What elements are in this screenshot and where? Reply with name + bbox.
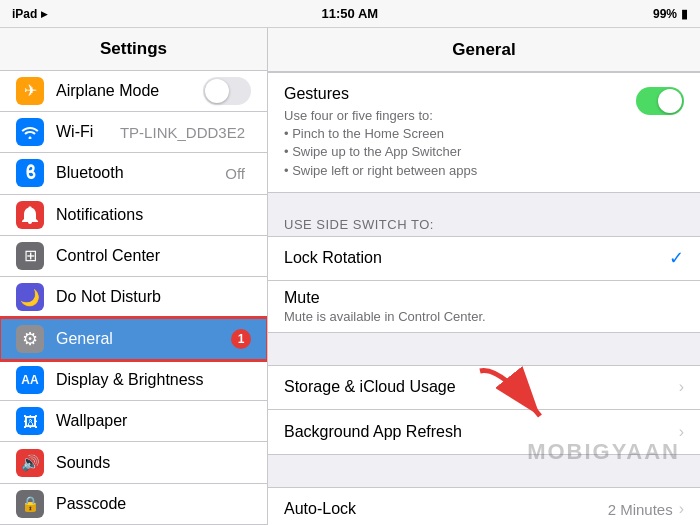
storage-group: Storage & iCloud Usage › Background App … — [268, 365, 700, 455]
status-time: 11:50 AM — [322, 6, 379, 21]
sidebar-title: Settings — [100, 39, 167, 59]
content-wrapper: General Gestures Use four or five finger… — [268, 28, 700, 525]
side-switch-label: USE SIDE SWITCH TO: — [268, 209, 700, 236]
display-icon: AA — [16, 366, 44, 394]
bluetooth-value: Off — [225, 165, 245, 182]
main-layout: Settings ✈ Airplane Mode Wi-Fi TP-LINK_D… — [0, 28, 700, 525]
lock-rotation-row[interactable]: Lock Rotation ✓ — [268, 237, 700, 281]
autolock-value: 2 Minutes — [608, 501, 673, 518]
general-icon: ⚙ — [16, 325, 44, 353]
passcode-icon: 🔒 — [16, 490, 44, 518]
donotdisturb-icon: 🌙 — [16, 283, 44, 311]
content-header: General — [268, 28, 700, 72]
mute-subtext: Mute is available in Control Center. — [284, 309, 486, 324]
gestures-toggle[interactable] — [636, 87, 684, 115]
storage-title: Storage & iCloud Usage — [284, 378, 679, 396]
sidebar-item-passcode[interactable]: 🔒 Passcode — [0, 484, 267, 525]
gestures-section: Gestures Use four or five fingers to:• P… — [268, 72, 700, 193]
storage-section: Storage & iCloud Usage › Background App … — [268, 365, 700, 471]
autolock-row[interactable]: Auto-Lock 2 Minutes › — [268, 488, 700, 525]
side-switch-group: Lock Rotation ✓ Mute Mute is available i… — [268, 236, 700, 333]
content-panel: General Gestures Use four or five finger… — [268, 28, 700, 525]
battery-icon: ▮ — [681, 7, 688, 21]
status-right: 99% ▮ — [653, 7, 688, 21]
battery-percent: 99% — [653, 7, 677, 21]
controlcenter-icon: ⊞ — [16, 242, 44, 270]
gestures-title: Gestures — [284, 85, 624, 103]
ipad-label: iPad ▸ — [12, 7, 47, 21]
general-badge: 1 — [231, 329, 251, 349]
controlcenter-label: Control Center — [56, 247, 251, 265]
sidebar-item-bluetooth[interactable]: ϐ Bluetooth Off — [0, 153, 267, 194]
notifications-icon — [16, 201, 44, 229]
wifi-icon — [16, 118, 44, 146]
storage-chevron: › — [679, 378, 684, 396]
gestures-row[interactable]: Gestures Use four or five fingers to:• P… — [268, 72, 700, 193]
gestures-toggle-knob — [658, 89, 682, 113]
passcode-label: Passcode — [56, 495, 251, 513]
bluetooth-label: Bluetooth — [56, 164, 225, 182]
gestures-text: Gestures Use four or five fingers to:• P… — [284, 85, 624, 180]
airplane-toggle-knob — [205, 79, 229, 103]
notifications-label: Notifications — [56, 206, 251, 224]
airplane-label: Airplane Mode — [56, 82, 203, 100]
wifi-label: Wi-Fi — [56, 123, 120, 141]
background-refresh-title: Background App Refresh — [284, 423, 679, 441]
lock-rotation-title: Lock Rotation — [284, 249, 669, 267]
status-bar: iPad ▸ 11:50 AM 99% ▮ — [0, 0, 700, 28]
autolock-group: Auto-Lock 2 Minutes › Restrictions Off › — [268, 487, 700, 525]
sidebar-item-airplane[interactable]: ✈ Airplane Mode — [0, 71, 267, 112]
sidebar: Settings ✈ Airplane Mode Wi-Fi TP-LINK_D… — [0, 28, 268, 525]
background-refresh-row[interactable]: Background App Refresh › — [268, 410, 700, 454]
sidebar-item-controlcenter[interactable]: ⊞ Control Center — [0, 236, 267, 277]
wallpaper-icon: 🖼 — [16, 407, 44, 435]
airplane-icon: ✈ — [16, 77, 44, 105]
wifi-value: TP-LINK_DDD3E2 — [120, 124, 245, 141]
general-label: General — [56, 330, 231, 348]
sidebar-item-notifications[interactable]: Notifications — [0, 195, 267, 236]
sounds-label: Sounds — [56, 454, 251, 472]
mute-row[interactable]: Mute Mute is available in Control Center… — [268, 281, 700, 332]
sidebar-item-sounds[interactable]: 🔊 Sounds — [0, 442, 267, 483]
autolock-title: Auto-Lock — [284, 500, 608, 518]
display-label: Display & Brightness — [56, 371, 251, 389]
side-switch-section: USE SIDE SWITCH TO: Lock Rotation ✓ Mute… — [268, 209, 700, 349]
gestures-desc: Use four or five fingers to:• Pinch to t… — [284, 107, 624, 180]
sidebar-header: Settings — [0, 28, 267, 71]
background-refresh-chevron: › — [679, 423, 684, 441]
autolock-chevron: › — [679, 500, 684, 518]
mute-title: Mute — [284, 289, 320, 307]
donotdisturb-label: Do Not Disturb — [56, 288, 251, 306]
sidebar-item-general[interactable]: ⚙ General 1 — [0, 318, 267, 359]
bluetooth-icon: ϐ — [16, 159, 44, 187]
autolock-section: Auto-Lock 2 Minutes › Restrictions Off › — [268, 487, 700, 525]
sidebar-item-donotdisturb[interactable]: 🌙 Do Not Disturb — [0, 277, 267, 318]
wallpaper-label: Wallpaper — [56, 412, 251, 430]
airplane-toggle[interactable] — [203, 77, 251, 105]
content-title: General — [452, 40, 515, 60]
storage-row[interactable]: Storage & iCloud Usage › — [268, 366, 700, 410]
sidebar-item-wifi[interactable]: Wi-Fi TP-LINK_DDD3E2 — [0, 112, 267, 153]
sounds-icon: 🔊 — [16, 449, 44, 477]
lock-rotation-checkmark: ✓ — [669, 247, 684, 269]
sidebar-item-display[interactable]: AA Display & Brightness — [0, 360, 267, 401]
sidebar-item-wallpaper[interactable]: 🖼 Wallpaper — [0, 401, 267, 442]
status-left: iPad ▸ — [12, 7, 47, 21]
